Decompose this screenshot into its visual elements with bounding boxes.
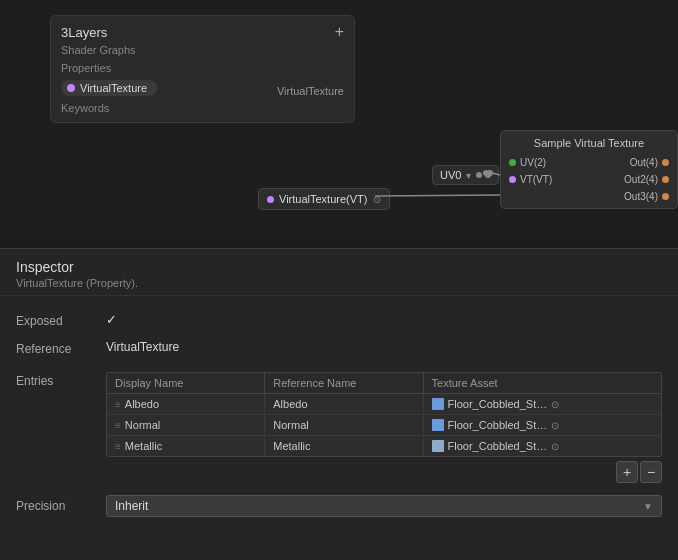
precision-label: Precision (16, 499, 106, 513)
vt-node-dot-icon (267, 196, 274, 203)
normal-display: ≡ Normal (107, 415, 265, 435)
svt-input-uv: UV(2) (509, 157, 552, 168)
uv0-port2-icon (485, 172, 491, 178)
add-entry-button[interactable]: + (616, 461, 638, 483)
exposed-value: ✓ (106, 312, 662, 327)
svt-output-out2-label: Out2(4) (624, 174, 658, 185)
entries-table: Display Name Reference Name Texture Asse… (106, 372, 662, 457)
remove-entry-button[interactable]: − (640, 461, 662, 483)
shader-graphs-label: Shader Graphs (61, 44, 344, 56)
precision-select[interactable]: Inherit ▼ (106, 495, 662, 517)
property-tag-label: VirtualTexture (80, 82, 147, 94)
svt-output-out3-label: Out3(4) (624, 191, 658, 202)
svt-output-out2: Out2(4) (624, 174, 669, 185)
table-row: ≡ Normal Normal Floor_Cobbled_St… ⊙ (107, 415, 661, 436)
inspector-panel: Inspector VirtualTexture (Property). Exp… (0, 248, 678, 560)
vt-node-label: VirtualTexture(VT) (279, 193, 367, 205)
properties-label: Properties (61, 62, 344, 74)
property-tag[interactable]: VirtualTexture (61, 80, 157, 96)
svt-output-out1-label: Out(4) (630, 157, 658, 168)
reference-label: Reference (16, 340, 106, 356)
svt-port-out1-icon[interactable] (662, 159, 669, 166)
normal-reference: Normal (265, 415, 423, 435)
inspector-subtitle: VirtualTexture (Property). (16, 277, 662, 289)
reference-row: Reference VirtualTexture (16, 340, 662, 360)
layers-panel: 3Layers + Shader Graphs Properties Virtu… (50, 15, 355, 123)
asset-link-icon[interactable]: ⊙ (551, 441, 559, 452)
keywords-label: Keywords (61, 102, 344, 114)
metallic-display: ≡ Metallic (107, 436, 265, 456)
uv0-arrow-icon: ▾ (466, 170, 471, 181)
precision-row: Precision Inherit ▼ (16, 495, 662, 517)
inspector-title: Inspector (16, 259, 662, 275)
svt-input-vt: VT(VT) (509, 174, 552, 185)
albedo-asset[interactable]: Floor_Cobbled_St… ⊙ (424, 394, 661, 414)
exposed-label: Exposed (16, 312, 106, 328)
table-row: ≡ Metallic Metallic Floor_Cobbled_St… ⊙ (107, 436, 661, 456)
header-display-name: Display Name (107, 373, 265, 393)
albedo-reference: Albedo (265, 394, 423, 414)
exposed-row: Exposed ✓ (16, 312, 662, 328)
vt-node-settings-icon[interactable]: ⊙ (373, 194, 381, 205)
metallic-reference: Metallic (265, 436, 423, 456)
uv0-label: UV0 (440, 169, 461, 181)
layers-panel-title: 3Layers (61, 25, 107, 40)
node-graph-area: 3Layers + Shader Graphs Properties Virtu… (0, 0, 678, 240)
reference-text[interactable]: VirtualTexture (106, 340, 662, 354)
svt-input-vt-label: VT(VT) (520, 174, 552, 185)
exposed-checkbox[interactable]: ✓ (106, 312, 117, 327)
drag-handle-icon[interactable]: ≡ (115, 420, 121, 431)
entries-row: Entries Display Name Reference Name Text… (16, 372, 662, 483)
albedo-display: ≡ Albedo (107, 394, 265, 414)
texture-icon (432, 419, 444, 431)
svg-line-0 (375, 195, 500, 196)
property-dot-icon (67, 84, 75, 92)
drag-handle-icon[interactable]: ≡ (115, 441, 121, 452)
header-reference-name: Reference Name (265, 373, 423, 393)
vt-node[interactable]: VirtualTexture(VT) ⊙ (258, 188, 390, 210)
inspector-body: Exposed ✓ Reference VirtualTexture Entri… (0, 296, 678, 525)
precision-value: Inherit (115, 499, 148, 513)
normal-asset[interactable]: Floor_Cobbled_St… ⊙ (424, 415, 661, 435)
property-right-label: VirtualTexture (277, 85, 344, 97)
precision-dropdown-icon: ▼ (643, 501, 653, 512)
texture-icon (432, 440, 444, 452)
entries-value: Display Name Reference Name Texture Asse… (106, 372, 662, 483)
asset-link-icon[interactable]: ⊙ (551, 420, 559, 431)
metallic-asset[interactable]: Floor_Cobbled_St… ⊙ (424, 436, 661, 456)
texture-icon (432, 398, 444, 410)
drag-handle-icon[interactable]: ≡ (115, 399, 121, 410)
table-row: ≡ Albedo Albedo Floor_Cobbled_St… ⊙ (107, 394, 661, 415)
svt-port-out3-icon[interactable] (662, 193, 669, 200)
uv0-node[interactable]: UV0 ▾ (432, 165, 499, 185)
uv0-port-icon (476, 172, 482, 178)
svt-port-vt-icon[interactable] (509, 176, 516, 183)
entries-buttons: + − (106, 461, 662, 483)
svt-input-uv-label: UV(2) (520, 157, 546, 168)
inspector-header: Inspector VirtualTexture (Property). (0, 249, 678, 296)
asset-link-icon[interactable]: ⊙ (551, 399, 559, 410)
header-texture-asset: Texture Asset (424, 373, 661, 393)
svt-output-out3: Out3(4) (624, 191, 669, 202)
entries-table-header: Display Name Reference Name Texture Asse… (107, 373, 661, 394)
reference-value: VirtualTexture (106, 340, 662, 360)
svt-port-uv-icon[interactable] (509, 159, 516, 166)
svt-panel: Sample Virtual Texture UV(2) VT(VT) Out(… (500, 130, 678, 209)
svt-port-out2-icon[interactable] (662, 176, 669, 183)
svt-title: Sample Virtual Texture (509, 137, 669, 149)
svt-output-out1: Out(4) (630, 157, 669, 168)
layers-panel-header: 3Layers + (61, 24, 344, 40)
entries-label: Entries (16, 372, 106, 388)
add-layer-button[interactable]: + (335, 24, 344, 40)
